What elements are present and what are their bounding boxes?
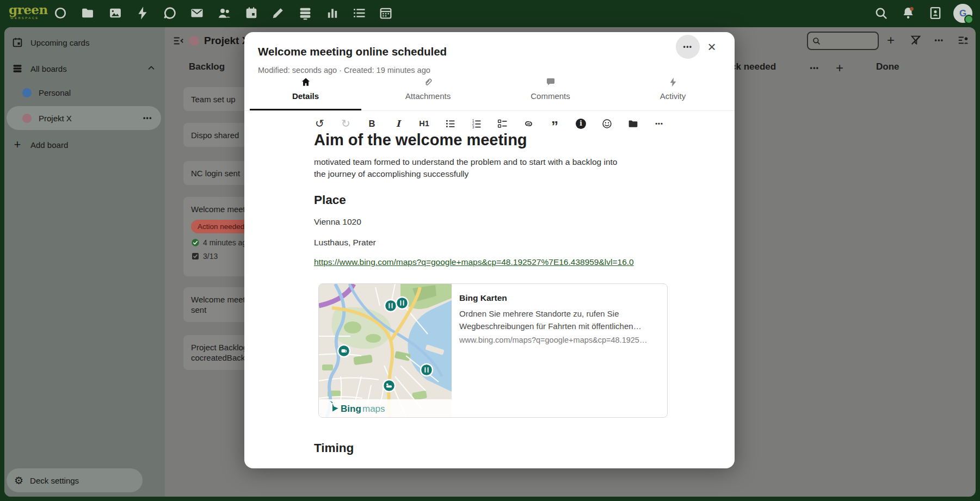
deck-settings-button[interactable]: ⚙ Deck settings — [7, 468, 143, 492]
doc-line-lusthaus: Lusthaus, Prater — [314, 238, 376, 248]
tab-label: Details — [244, 91, 367, 101]
board-label: Projekt X — [39, 114, 72, 123]
board-color-dot — [22, 114, 32, 123]
photos-icon[interactable] — [108, 5, 123, 21]
map-image: Bing maps — [319, 284, 452, 417]
board-search-input[interactable] — [807, 32, 879, 50]
calendar-icon[interactable] — [244, 5, 259, 21]
app-window: green WEBSPACE G Upcoming cards — [0, 0, 980, 501]
tab-label: Attachments — [367, 91, 489, 101]
notifications-bell-icon[interactable] — [901, 5, 916, 21]
ordered-list-icon[interactable]: 123 — [470, 116, 484, 131]
filter-off-icon[interactable] — [908, 32, 924, 48]
column-menu-ellipsis[interactable]: ••• — [806, 60, 823, 76]
board-details-toggle-icon[interactable] — [955, 32, 971, 48]
tab-details[interactable]: Details — [244, 73, 367, 110]
board-actions-ellipsis[interactable]: ••• — [143, 114, 152, 122]
svg-text:maps: maps — [362, 404, 385, 414]
check-circle-icon — [191, 238, 200, 247]
column-title-done: Done — [876, 61, 899, 72]
board-menu-ellipsis[interactable]: ••• — [931, 32, 947, 48]
checklist-count: 3/13 — [203, 252, 218, 261]
analytics-icon[interactable] — [325, 5, 340, 21]
heading-icon[interactable]: H1 — [417, 116, 432, 131]
attach-folder-icon[interactable] — [626, 116, 640, 131]
files-icon[interactable] — [80, 5, 95, 21]
undo-icon[interactable]: ↺ — [313, 116, 327, 131]
sidebar-add-board[interactable]: + Add board — [4, 134, 165, 156]
appointments-icon[interactable] — [378, 5, 393, 21]
dashboard-icon[interactable] — [53, 5, 68, 21]
svg-text:3: 3 — [472, 125, 474, 128]
deck-settings-label: Deck settings — [30, 476, 79, 485]
bullet-list-icon[interactable] — [443, 116, 458, 131]
due-date-label: 4 minutes ag — [203, 238, 246, 247]
doc-paragraph: motivated team formed to understand the … — [314, 156, 630, 180]
tab-attachments[interactable]: Attachments — [367, 73, 489, 110]
calendar-icon — [11, 36, 23, 48]
active-tab-underline — [250, 109, 361, 110]
link-icon[interactable] — [522, 116, 536, 131]
contacts-menu-icon[interactable] — [928, 5, 943, 21]
sidebar-board-projekt-x[interactable]: Projekt X ••• — [7, 106, 161, 130]
close-button[interactable]: × — [701, 36, 722, 57]
action-needed-badge: Action needed — [191, 220, 251, 233]
sidebar-item-upcoming-cards[interactable]: Upcoming cards — [4, 32, 165, 53]
card-modal-title: Welcome meeting online scheduled — [258, 45, 447, 58]
home-icon — [244, 77, 367, 89]
card-detail-modal: Welcome meeting online scheduled Modifie… — [244, 32, 735, 468]
task-list-icon[interactable] — [496, 116, 510, 131]
notes-icon[interactable] — [270, 5, 286, 21]
activity-icon[interactable] — [135, 5, 150, 21]
card-actions-button[interactable]: ••• — [676, 35, 700, 59]
mail-icon[interactable] — [189, 5, 205, 21]
ellipsis-icon: ••• — [683, 43, 692, 51]
board-title: Projekt X — [204, 35, 249, 47]
tab-label: Comments — [489, 91, 612, 101]
logo-title: green — [9, 3, 48, 16]
deck-icon[interactable] — [298, 5, 313, 21]
tab-activity[interactable]: Activity — [612, 73, 734, 110]
lightning-icon — [612, 77, 734, 89]
modal-tabs: Details Attachments Comments Activity — [244, 73, 735, 111]
top-bar: green WEBSPACE G — [0, 0, 980, 27]
contacts-icon[interactable] — [217, 5, 232, 21]
preview-description: Ordnen Sie mehrere Standorte zu, rufen S… — [459, 307, 662, 332]
sidebar-item-label: Upcoming cards — [30, 38, 89, 47]
tasks-icon[interactable] — [352, 5, 367, 21]
italic-icon[interactable]: I — [391, 116, 405, 131]
tab-comments[interactable]: Comments — [489, 73, 612, 110]
doc-heading-aim: Aim of the welcome meeting — [314, 131, 527, 149]
bold-icon[interactable]: B — [365, 116, 379, 131]
sidebar-board-personal[interactable]: Personal — [4, 82, 165, 103]
emoji-icon[interactable] — [600, 116, 614, 131]
gear-icon: ⚙ — [14, 475, 23, 486]
sidebar-item-label: All boards — [30, 64, 67, 73]
more-tools-ellipsis[interactable]: ••• — [652, 116, 667, 131]
add-list-button[interactable]: + — [883, 32, 899, 48]
user-avatar[interactable]: G — [953, 4, 972, 23]
bing-maps-link[interactable]: https://www.bing.com/maps?q=google+maps&… — [314, 257, 634, 267]
callout-info-icon[interactable]: i — [574, 116, 588, 131]
preview-title: Bing Karten — [459, 293, 507, 303]
doc-heading-place: Place — [314, 193, 346, 207]
sidebar-item-all-boards[interactable]: All boards — [4, 58, 165, 79]
talk-icon[interactable] — [162, 5, 177, 21]
tab-label: Activity — [612, 91, 734, 101]
add-board-label: Add board — [30, 140, 68, 150]
comment-icon — [489, 77, 612, 89]
board-color-dot — [22, 88, 32, 97]
blockquote-icon[interactable]: ” — [548, 114, 562, 133]
online-status-dot — [964, 15, 973, 24]
nextcloud-logo[interactable]: green WEBSPACE — [9, 3, 48, 20]
doc-line-vienna: Vienna 1020 — [314, 217, 361, 227]
search-icon[interactable] — [873, 5, 889, 21]
redo-icon[interactable]: ↻ — [339, 116, 353, 131]
svg-text:Bing: Bing — [341, 404, 361, 414]
chevron-up-icon[interactable] — [146, 63, 156, 75]
plus-icon: + — [11, 139, 23, 151]
add-card-button[interactable]: + — [831, 60, 848, 76]
column-title-backlog: Backlog — [189, 61, 225, 72]
toggle-sidebar-icon[interactable] — [170, 33, 187, 49]
link-preview-card[interactable]: Bing maps Bing Karten Ordnen Sie mehrere… — [318, 283, 668, 418]
